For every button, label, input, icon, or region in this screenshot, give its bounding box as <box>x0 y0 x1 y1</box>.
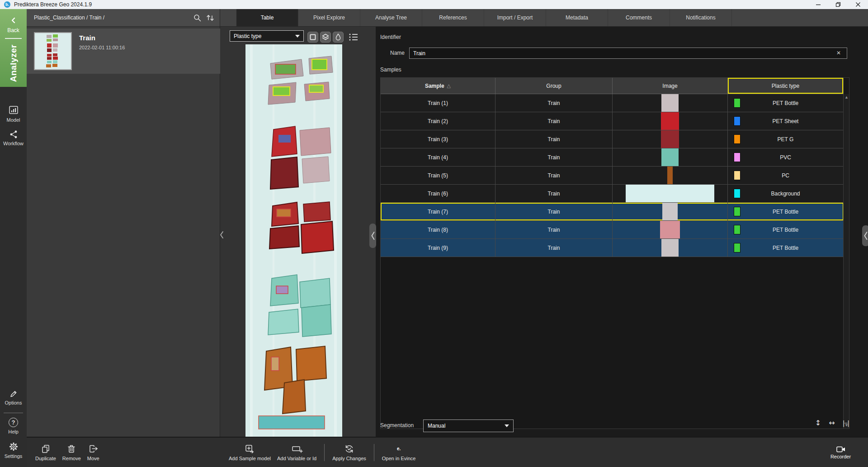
model-icon <box>8 105 19 115</box>
cell-image <box>613 185 728 202</box>
rectangle-tool-button[interactable] <box>307 32 318 43</box>
fit-columns-icon[interactable]: |··| <box>843 419 849 427</box>
window-title: Prediktera Breeze Geo 2024.1.9 <box>14 1 92 8</box>
fit-width-icon[interactable]: ↔ <box>829 419 835 427</box>
samples-table-body: Train (1)TrainPET BottleTrain (2)TrainPE… <box>381 94 844 257</box>
contrast-tool-button[interactable] <box>333 32 344 43</box>
plastic-type-label: PET Bottle <box>773 227 798 233</box>
title-bar: b. Prediktera Breeze Geo 2024.1.9 <box>0 0 868 9</box>
cell-sample: Train (5) <box>381 167 495 184</box>
toolbar-divider <box>324 444 325 461</box>
minimize-button[interactable] <box>808 0 828 9</box>
workflow-icon <box>9 130 19 139</box>
legend-list-button[interactable] <box>349 33 359 42</box>
add-variable-icon <box>291 444 303 454</box>
cell-group: Train <box>495 185 613 202</box>
name-input[interactable] <box>409 48 847 59</box>
cell-plastic-type: PET Bottle <box>728 94 844 112</box>
table-row[interactable]: Train (7)TrainPET Bottle <box>381 203 844 221</box>
table-row[interactable]: Train (9)TrainPET Bottle <box>381 239 844 257</box>
add-sample-model-button[interactable]: Add Sample model <box>226 444 274 461</box>
move-button[interactable]: Move <box>84 444 103 461</box>
segmentation-select[interactable]: Manual <box>423 419 514 432</box>
toolbar-divider <box>374 444 374 461</box>
remove-button[interactable]: Remove <box>59 444 84 461</box>
samples-table: Sample△ Group Image Plastic type Train (… <box>380 77 849 429</box>
sidebar-item-workflow[interactable]: Workflow <box>0 130 27 146</box>
collapse-viewer-panel-handle[interactable] <box>369 224 376 248</box>
tab-bar: TablePixel ExploreAnalyse TreeReferences… <box>220 9 868 27</box>
tab-pixel-explore[interactable]: Pixel Explore <box>298 9 360 26</box>
cell-image <box>613 221 728 238</box>
search-icon[interactable] <box>193 14 202 22</box>
breadcrumb[interactable]: Plastic_Classification / Train / <box>34 14 104 21</box>
analyzer-tab[interactable]: Analyzer <box>0 42 27 85</box>
column-header-group[interactable]: Group <box>495 78 613 94</box>
tab-import-export[interactable]: Import / Export <box>484 9 546 26</box>
class-color-swatch <box>734 189 741 198</box>
cell-image <box>613 239 728 257</box>
close-button[interactable] <box>848 0 868 9</box>
tab-metadata[interactable]: Metadata <box>546 9 608 26</box>
open-in-evince-button[interactable]: e. Open in Evince <box>379 444 419 461</box>
bottom-toolbar: Duplicate Remove Move <box>27 437 868 467</box>
list-icon <box>349 33 359 42</box>
cell-group: Train <box>495 221 613 238</box>
table-row[interactable]: Train (4)TrainPVC <box>381 148 844 167</box>
sample-image-crop <box>661 112 679 130</box>
sample-strip-image[interactable] <box>245 44 342 437</box>
table-row[interactable]: Train (8)TrainPET Bottle <box>381 221 844 239</box>
layers-tool-button[interactable] <box>320 32 331 43</box>
class-color-swatch <box>734 98 741 108</box>
sidebar-item-options[interactable]: Options <box>0 389 27 405</box>
dataset-card-train[interactable]: Train 2022-02-01 11:00:16 <box>27 29 220 74</box>
table-row[interactable]: Train (3)TrainPET G <box>381 130 844 148</box>
sidebar-item-model[interactable]: Model <box>0 105 27 123</box>
tab-references[interactable]: References <box>422 9 484 26</box>
layer-select-value: Plastic type <box>234 33 261 39</box>
duplicate-button[interactable]: Duplicate <box>32 444 59 461</box>
tab-comments[interactable]: Comments <box>608 9 670 26</box>
column-header-image[interactable]: Image <box>613 78 728 94</box>
add-variable-button[interactable]: Add Variable or Id <box>274 444 320 461</box>
back-button[interactable]: Back <box>0 27 27 33</box>
table-row[interactable]: Train (5)TrainPC <box>381 167 844 185</box>
table-row[interactable]: Train (2)TrainPET Sheet <box>381 112 844 130</box>
sidebar-item-settings[interactable]: Settings <box>0 442 27 459</box>
tab-analyse-tree[interactable]: Analyse Tree <box>360 9 422 26</box>
chevron-down-icon <box>505 424 509 427</box>
cell-plastic-type: PET Bottle <box>728 221 844 238</box>
main-sidebar: Back Analyzer Model Workflow <box>0 9 27 467</box>
scroll-up-icon[interactable]: ▲ <box>844 95 849 99</box>
tab-table[interactable]: Table <box>236 9 298 26</box>
cell-sample: Train (8) <box>381 221 495 238</box>
plastic-type-label: PET Sheet <box>773 118 799 124</box>
fit-height-icon[interactable]: ↕ <box>815 419 821 427</box>
plastic-type-label: Background <box>771 191 800 197</box>
clear-name-icon[interactable]: ✕ <box>836 50 841 56</box>
column-header-sample[interactable]: Sample△ <box>381 78 495 94</box>
apply-changes-icon <box>344 444 354 454</box>
recorder-button[interactable]: Recorder <box>819 442 862 463</box>
apply-changes-button[interactable]: Apply Changes <box>329 444 369 461</box>
layer-select[interactable]: Plastic type <box>230 30 304 42</box>
tab-notifications[interactable]: Notifications <box>670 9 732 26</box>
sidebar-item-help[interactable]: ? Help <box>0 418 27 434</box>
collapse-right-panel-handle[interactable] <box>862 225 868 246</box>
table-scrollbar[interactable]: ▲ ▼ <box>843 94 849 429</box>
cell-sample: Train (6) <box>381 185 495 202</box>
dataset-thumbnail <box>34 32 72 70</box>
class-color-swatch <box>734 116 741 126</box>
analyzer-section[interactable]: Back Analyzer <box>0 9 27 87</box>
cell-plastic-type: PVC <box>728 148 844 166</box>
column-header-plastic-type[interactable]: Plastic type <box>728 78 844 94</box>
table-row[interactable]: Train (1)TrainPET Bottle <box>381 94 844 112</box>
back-chevron-icon <box>0 17 27 24</box>
video-camera-icon <box>836 446 846 453</box>
restore-button[interactable] <box>828 0 848 9</box>
collapse-left-panel-handle[interactable] <box>218 227 225 243</box>
table-row[interactable]: Train (6)TrainBackground <box>381 185 844 203</box>
samples-section-label: Samples <box>380 67 401 73</box>
sort-icon[interactable] <box>206 14 214 22</box>
class-color-swatch <box>734 171 741 180</box>
